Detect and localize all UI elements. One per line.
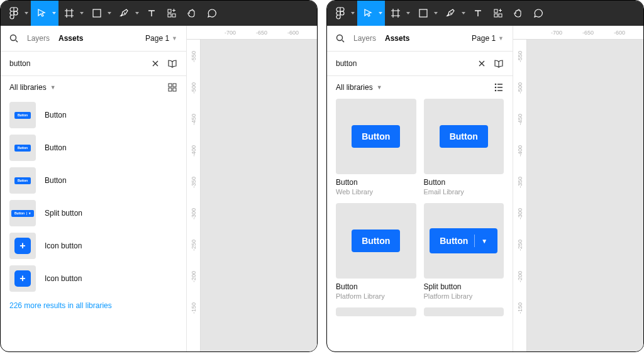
- comment-tool[interactable]: [528, 1, 548, 26]
- svg-rect-16: [499, 14, 502, 17]
- clear-search-icon[interactable]: [477, 59, 486, 68]
- svg-rect-10: [173, 88, 176, 91]
- cursor-icon: [36, 8, 47, 18]
- frame-tool[interactable]: [58, 1, 86, 26]
- comment-tool[interactable]: [202, 1, 222, 26]
- cursor-icon: [363, 8, 373, 18]
- svg-point-17: [337, 35, 343, 41]
- rectangle-icon: [418, 8, 428, 18]
- library-icon[interactable]: [494, 59, 504, 68]
- figma-logo-icon: [9, 7, 18, 19]
- text-tool[interactable]: [468, 1, 488, 26]
- svg-point-6: [11, 35, 16, 41]
- svg-rect-3: [168, 9, 171, 13]
- hand-icon: [187, 8, 197, 18]
- tab-layers[interactable]: Layers: [353, 34, 376, 43]
- grid-view-toggle[interactable]: [167, 82, 177, 92]
- svg-rect-15: [494, 14, 497, 17]
- hand-tool[interactable]: [508, 1, 528, 26]
- svg-rect-5: [172, 14, 175, 17]
- svg-rect-9: [169, 88, 172, 91]
- tab-assets[interactable]: Assets: [58, 34, 83, 43]
- list-view-toggle[interactable]: [494, 82, 504, 92]
- figma-menu[interactable]: [3, 1, 31, 26]
- asset-name: Icon button: [45, 241, 82, 250]
- asset-thumbnail: Button: [424, 99, 504, 174]
- page-selector[interactable]: Page 1▼: [145, 34, 177, 43]
- asset-thumbnail: Button: [336, 99, 416, 174]
- asset-name: Button: [45, 143, 67, 152]
- canvas[interactable]: -700-650-600 -550 -500 -450 -400 -350 -3…: [187, 26, 317, 351]
- resources-tool[interactable]: [162, 1, 182, 26]
- search-icon[interactable]: [9, 34, 18, 43]
- text-icon: [473, 8, 483, 18]
- tab-assets[interactable]: Assets: [385, 34, 409, 43]
- asset-library: Platform Library: [336, 292, 416, 300]
- asset-card[interactable]: Button▼Split buttonPlatform Library: [424, 203, 504, 300]
- asset-thumbnail: Button: [9, 167, 36, 194]
- svg-point-18: [495, 84, 497, 86]
- resources-icon: [167, 8, 177, 18]
- asset-row[interactable]: ButtonButton: [9, 164, 177, 197]
- resources-tool[interactable]: [488, 1, 508, 26]
- pen-tool[interactable]: [114, 1, 142, 26]
- toolbar: [1, 1, 317, 26]
- asset-row[interactable]: +Icon button: [9, 262, 177, 295]
- library-icon[interactable]: [167, 59, 177, 68]
- asset-library: Web Library: [336, 188, 416, 196]
- frame-tool[interactable]: [385, 1, 413, 26]
- asset-card[interactable]: ButtonButtonEmail Library: [424, 99, 504, 196]
- ruler-horizontal: -700-650-600: [513, 26, 643, 40]
- library-filter[interactable]: All libraries: [9, 83, 47, 92]
- asset-card[interactable]: ButtonButtonPlatform Library: [336, 203, 416, 300]
- ruler-horizontal: -700-650-600: [187, 26, 317, 40]
- hand-icon: [513, 8, 523, 18]
- library-filter[interactable]: All libraries: [336, 83, 373, 92]
- asset-name: Button: [45, 176, 67, 185]
- move-tool[interactable]: [31, 1, 58, 26]
- asset-row[interactable]: ButtonButton: [9, 99, 177, 131]
- search-icon[interactable]: [336, 34, 345, 43]
- asset-name: Split button: [424, 282, 504, 291]
- svg-rect-7: [169, 84, 172, 87]
- page-selector[interactable]: Page 1▼: [472, 34, 504, 43]
- svg-point-13: [450, 13, 452, 14]
- asset-thumbnail: Button▼: [424, 203, 504, 279]
- shape-tool[interactable]: [413, 1, 440, 26]
- move-tool[interactable]: [357, 1, 385, 26]
- tab-layers[interactable]: Layers: [27, 34, 50, 43]
- assets-sidebar: Layers Assets Page 1▼ button: [1, 26, 187, 351]
- asset-thumbnail: +: [9, 233, 36, 259]
- search-input[interactable]: button: [336, 59, 477, 68]
- asset-name: Icon button: [45, 274, 82, 283]
- window-list-view: Layers Assets Page 1▼ button: [0, 0, 318, 352]
- pen-tool[interactable]: [440, 1, 468, 26]
- asset-thumbnail: Button: [336, 203, 416, 279]
- asset-card[interactable]: [336, 307, 416, 316]
- svg-rect-1: [93, 9, 101, 17]
- text-tool[interactable]: [142, 1, 162, 26]
- asset-thumbnail: [336, 307, 416, 316]
- asset-name: Button: [336, 178, 416, 187]
- asset-name: Button: [336, 282, 416, 291]
- canvas[interactable]: -700-650-600 -550 -500 -450 -400 -350 -3…: [513, 26, 643, 351]
- search-input[interactable]: button: [9, 59, 151, 68]
- more-results-link[interactable]: 226 more results in all libraries: [9, 295, 177, 316]
- asset-row[interactable]: +Icon button: [9, 230, 177, 262]
- frame-icon: [391, 8, 401, 18]
- asset-row[interactable]: Button▾Split button: [9, 197, 177, 230]
- asset-card[interactable]: ButtonButtonWeb Library: [336, 99, 416, 196]
- asset-card[interactable]: [424, 307, 504, 316]
- asset-thumbnail: Button: [9, 102, 36, 128]
- frame-icon: [64, 8, 74, 18]
- hand-tool[interactable]: [182, 1, 202, 26]
- asset-row[interactable]: ButtonButton: [9, 131, 177, 164]
- asset-thumbnail: +: [9, 265, 36, 292]
- figma-menu[interactable]: [330, 1, 357, 26]
- toolbar: [327, 1, 643, 26]
- asset-name: Button: [45, 111, 67, 119]
- shape-tool[interactable]: [86, 1, 114, 26]
- text-icon: [147, 8, 157, 18]
- clear-search-icon[interactable]: [151, 59, 160, 68]
- svg-point-11: [340, 11, 344, 15]
